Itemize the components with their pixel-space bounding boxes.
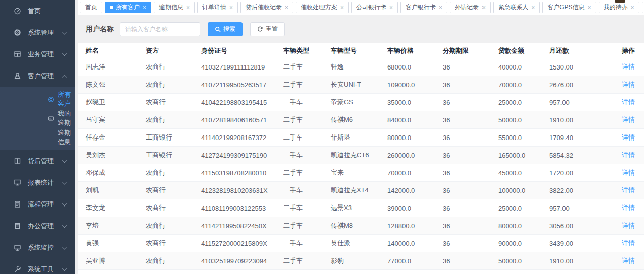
sidebar-item-4[interactable]: 贷后管理 bbox=[0, 150, 75, 172]
tab-close-icon[interactable]: × bbox=[439, 5, 442, 11]
tab-label: 订单详情 bbox=[202, 3, 226, 12]
username-input[interactable] bbox=[120, 22, 200, 36]
detail-link[interactable]: 详情 bbox=[622, 133, 635, 141]
table-cell: 84000.0 bbox=[380, 116, 435, 124]
table-cell: 李文龙 bbox=[78, 203, 138, 213]
sidebar-item-label: 办公管理 bbox=[28, 222, 54, 231]
sidebar-item-8[interactable]: 系统监控 bbox=[0, 237, 75, 258]
table-cell: 邓保成 bbox=[78, 168, 138, 177]
tab-10[interactable]: 客户GPS信息× bbox=[542, 2, 596, 13]
tab-close-icon[interactable]: × bbox=[186, 5, 190, 11]
tab-5[interactable]: 催收处理方案× bbox=[296, 2, 349, 13]
table-cell: 45000.0 bbox=[491, 169, 542, 177]
detail-link[interactable]: 详情 bbox=[622, 204, 635, 212]
sidebar-item-5[interactable]: 报表统计 bbox=[0, 172, 75, 193]
table-cell: 传祺M6 bbox=[323, 115, 380, 124]
table-cell: 农商行 bbox=[138, 115, 194, 124]
tab-11[interactable]: 我的待办× bbox=[599, 2, 639, 13]
sidebar-item-7[interactable]: 办公管理 bbox=[0, 215, 75, 237]
detail-link[interactable]: 详情 bbox=[622, 239, 635, 247]
table-cell: 英仕派 bbox=[323, 239, 380, 248]
column-header: 分期期限 bbox=[435, 46, 491, 55]
tab-close-icon[interactable]: × bbox=[340, 5, 344, 11]
tab-close-icon[interactable]: × bbox=[587, 5, 591, 11]
detail-link[interactable]: 详情 bbox=[622, 257, 635, 264]
detail-link[interactable]: 详情 bbox=[622, 81, 635, 88]
detail-link[interactable]: 详情 bbox=[622, 98, 635, 106]
detail-link[interactable]: 详情 bbox=[622, 151, 635, 159]
table-cell: 长安UNI-T bbox=[323, 80, 380, 89]
tab-6[interactable]: 公司银行卡× bbox=[351, 2, 398, 13]
tab-label: 所有客户 bbox=[116, 3, 140, 12]
tab-close-icon[interactable]: × bbox=[285, 5, 288, 11]
search-button[interactable]: 搜索 bbox=[208, 22, 243, 36]
detail-link[interactable]: 详情 bbox=[622, 222, 635, 229]
table-cell-actions: 详情 bbox=[616, 168, 644, 177]
office-icon bbox=[14, 222, 21, 230]
table-cell: 68000.0 bbox=[380, 63, 435, 71]
table-cell: 80000.0 bbox=[491, 222, 542, 230]
tab-bar: 首页所有客户×逾期信息×订单详情×贷后催收记录×催收处理方案×公司银行卡×客户银… bbox=[78, 0, 644, 15]
main-area: 首页所有客户×逾期信息×订单详情×贷后催收记录×催收处理方案×公司银行卡×客户银… bbox=[78, 0, 644, 274]
avatar-fragment[interactable] bbox=[615, 0, 625, 3]
chart-icon bbox=[14, 179, 21, 186]
chevron-down-icon bbox=[62, 51, 67, 56]
table-cell: 109000.0 bbox=[380, 81, 435, 89]
reset-button-label: 重置 bbox=[266, 25, 278, 33]
detail-link[interactable]: 详情 bbox=[622, 63, 635, 71]
tab-close-icon[interactable]: × bbox=[482, 5, 486, 11]
table-cell: 吴亚博 bbox=[78, 256, 138, 265]
sidebar-subitem-3-0[interactable]: 所有客户 bbox=[0, 90, 75, 109]
sidebar-subitem-3-2[interactable]: 逾期信息 bbox=[0, 128, 75, 147]
app-root: 首页系统管理业务管理客户管理所有客户我的逾期逾期信息贷后管理报表统计流程管理办公… bbox=[0, 0, 644, 274]
tab-close-icon[interactable]: × bbox=[229, 5, 233, 11]
detail-link[interactable]: 详情 bbox=[622, 116, 635, 123]
tab-close-icon[interactable]: × bbox=[631, 5, 634, 11]
sidebar-subitem-3-1[interactable]: 我的逾期 bbox=[0, 109, 75, 128]
sidebar-item-3[interactable]: 客户管理 bbox=[0, 65, 75, 87]
sidebar-item-0[interactable]: 首页 bbox=[0, 0, 75, 22]
table-cell: 二手车 bbox=[276, 80, 323, 89]
grid-icon bbox=[14, 50, 21, 58]
detail-link[interactable]: 详情 bbox=[622, 169, 635, 176]
sidebar-item-6[interactable]: 流程管理 bbox=[0, 193, 75, 215]
tab-7[interactable]: 客户银行卡× bbox=[400, 2, 447, 13]
sidebar-item-label: 首页 bbox=[28, 7, 41, 16]
table-cell: 帝豪GS bbox=[323, 98, 380, 107]
tab-0[interactable]: 首页 bbox=[80, 2, 102, 13]
sidebar-item-9[interactable]: 系统工具 bbox=[0, 258, 75, 274]
tab-label: 客户GPS信息 bbox=[547, 3, 584, 12]
table-cell: 3439.00 bbox=[542, 240, 616, 247]
sidebar-item-2[interactable]: 业务管理 bbox=[0, 43, 75, 65]
table-cell: 菲斯塔 bbox=[323, 133, 380, 142]
table-cell-actions: 详情 bbox=[616, 239, 644, 248]
tab-2[interactable]: 逾期信息× bbox=[154, 2, 195, 13]
tab-close-icon[interactable]: × bbox=[531, 5, 535, 11]
tab-close-icon[interactable]: × bbox=[143, 5, 146, 11]
tab-close-icon[interactable]: × bbox=[389, 5, 393, 11]
sidebar-item-1[interactable]: 系统管理 bbox=[0, 22, 75, 43]
detail-link[interactable]: 详情 bbox=[622, 186, 635, 194]
table-cell: 黄强 bbox=[78, 239, 138, 248]
table-cell: 36 bbox=[435, 81, 491, 89]
table-cell: 411402199208167372 bbox=[194, 134, 276, 142]
tab-1[interactable]: 所有客户× bbox=[105, 2, 151, 13]
table-cell: 410728198406160571 bbox=[194, 116, 276, 124]
table-cell: 70000.0 bbox=[380, 169, 435, 177]
table-cell: 1910.00 bbox=[542, 257, 616, 265]
table-row-partial bbox=[78, 270, 644, 274]
table-cell: 远景X3 bbox=[323, 203, 380, 213]
table-cell: 70000.0 bbox=[491, 81, 542, 89]
reset-button[interactable]: 重置 bbox=[250, 22, 285, 36]
tab-8[interactable]: 外访记录× bbox=[450, 2, 491, 13]
tab-4[interactable]: 贷后催收记录× bbox=[240, 2, 293, 13]
tab-3[interactable]: 订单详情× bbox=[197, 2, 238, 13]
table-cell: 100000.0 bbox=[491, 187, 542, 194]
chevron-down-icon bbox=[62, 266, 67, 271]
tab-12[interactable]: 我的流程× bbox=[642, 2, 644, 13]
sidebar-item-label: 系统监控 bbox=[28, 243, 54, 252]
chevron-down-icon bbox=[62, 201, 67, 206]
table-cell: 1709.40 bbox=[542, 134, 616, 142]
table-cell: 二手车 bbox=[276, 239, 323, 248]
tab-9[interactable]: 紧急联系人× bbox=[493, 2, 540, 13]
